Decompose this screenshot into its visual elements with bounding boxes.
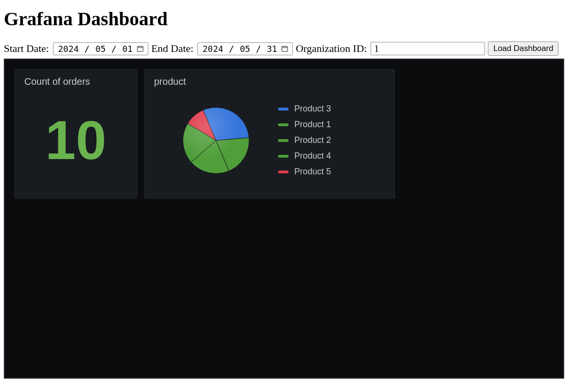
calendar-icon[interactable] (136, 45, 144, 52)
start-date-year[interactable]: 2024 (57, 44, 80, 54)
start-date-day[interactable]: 01 (121, 44, 134, 54)
legend-swatch (278, 139, 289, 142)
end-date-label: End Date: (151, 42, 194, 55)
legend-swatch (278, 171, 289, 173)
panel-title: Count of orders (24, 76, 127, 87)
legend-label: Product 2 (294, 135, 331, 145)
svg-rect-0 (137, 46, 143, 51)
pie-legend: Product 3Product 1Product 2Product 4Prod… (278, 104, 331, 177)
legend-swatch (278, 155, 289, 158)
legend-item[interactable]: Product 1 (278, 120, 331, 130)
org-id-label: Organization ID: (296, 42, 367, 55)
legend-item[interactable]: Product 3 (278, 104, 331, 114)
panel-title: product (154, 76, 385, 87)
start-date-input[interactable]: 2024 / 05 / 01 (53, 42, 148, 55)
calendar-icon[interactable] (281, 45, 289, 52)
legend-item[interactable]: Product 4 (278, 151, 331, 161)
end-date-day[interactable]: 31 (266, 44, 278, 54)
count-of-orders-value: 10 (24, 92, 127, 189)
product-pie-panel: product Product 3Product 1Product 2Produ… (144, 69, 395, 199)
grafana-dashboard-frame: Count of orders 10 product Product 3Prod… (4, 59, 564, 379)
pie-chart (154, 105, 278, 176)
end-date-month[interactable]: 05 (239, 44, 251, 54)
org-id-input[interactable] (371, 42, 485, 55)
legend-item[interactable]: Product 5 (278, 167, 331, 177)
start-date-month[interactable]: 05 (94, 44, 107, 54)
legend-label: Product 3 (294, 104, 331, 114)
end-date-input[interactable]: 2024 / 05 / 31 (197, 42, 293, 55)
count-of-orders-panel: Count of orders 10 (14, 69, 137, 199)
load-dashboard-button[interactable]: Load Dashboard (488, 41, 558, 56)
end-date-year[interactable]: 2024 (202, 44, 224, 54)
legend-label: Product 4 (294, 151, 331, 161)
legend-item[interactable]: Product 2 (278, 135, 331, 145)
legend-swatch (278, 108, 289, 111)
page-title: Grafana Dashboard (4, 8, 564, 30)
start-date-label: Start Date: (4, 42, 49, 55)
controls-bar: Start Date: 2024 / 05 / 01 End Date: 202… (4, 41, 564, 56)
svg-rect-1 (282, 46, 288, 51)
legend-swatch (278, 123, 289, 126)
legend-label: Product 1 (294, 120, 331, 130)
legend-label: Product 5 (294, 167, 331, 177)
